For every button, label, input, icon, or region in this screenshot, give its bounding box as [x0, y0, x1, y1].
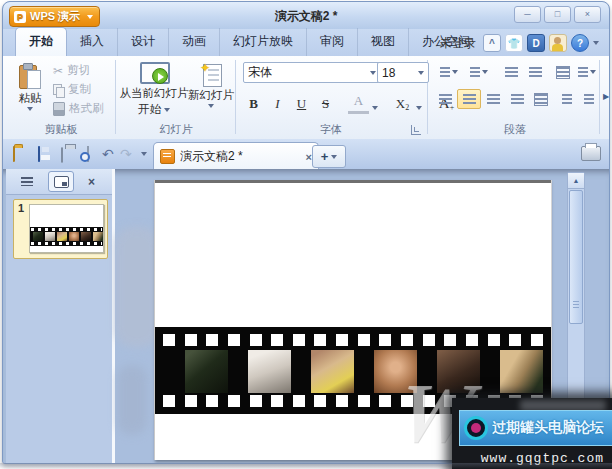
- chevron-down-icon: [370, 71, 376, 75]
- slide-thumbnail-selected[interactable]: 1: [13, 199, 108, 259]
- scrollbar-thumb[interactable]: [569, 190, 583, 324]
- avatar-icon[interactable]: [549, 34, 567, 52]
- outline-icon: [21, 177, 33, 186]
- ribbon: 粘贴 ✂ 剪切 复制 格式刷 剪贴板 从当前幻灯片 开始 ✦ 新幻灯片: [3, 56, 609, 140]
- font-size-combo[interactable]: 18: [377, 62, 429, 83]
- new-slide-button[interactable]: ✦ 新幻灯片: [189, 59, 233, 108]
- text-direction-button[interactable]: [573, 62, 601, 82]
- chevron-down-icon[interactable]: [593, 41, 599, 45]
- sprocket-hole: [444, 334, 456, 346]
- strikethrough-button[interactable]: S: [315, 92, 336, 114]
- slides-tab-button[interactable]: [48, 171, 74, 192]
- close-button[interactable]: ×: [574, 6, 601, 23]
- menu-tab-设计[interactable]: 设计: [118, 28, 169, 56]
- collapse-ribbon-icon[interactable]: ^: [483, 34, 501, 52]
- sprocket-hole: [185, 395, 197, 407]
- justify-button[interactable]: [529, 89, 553, 109]
- sprocket-hole: [271, 334, 283, 346]
- new-tab-label: +: [321, 149, 329, 164]
- skin-icon[interactable]: 👕: [505, 34, 523, 52]
- menu-tab-幻灯片放映[interactable]: 幻灯片放映: [220, 28, 307, 56]
- font-dialog-launcher-icon[interactable]: [411, 125, 421, 135]
- sprocket-hole: [466, 334, 478, 346]
- distributed-button[interactable]: [433, 89, 457, 109]
- open-icon[interactable]: [13, 146, 15, 162]
- photo-portrait-3: [57, 232, 67, 241]
- docer-icon[interactable]: D: [527, 34, 545, 52]
- format-painter-button[interactable]: 格式刷: [53, 100, 104, 117]
- printer-tray-icon[interactable]: [581, 146, 601, 161]
- forum-watermark-area: 过期罐头电脑论坛 www.gqgtpc.com: [452, 398, 612, 469]
- menu-tab-开始[interactable]: 开始: [15, 27, 67, 57]
- sprocket-hole: [509, 334, 521, 346]
- menu-tab-审阅[interactable]: 审阅: [307, 28, 358, 56]
- forum-watermark-banner: 过期罐头电脑论坛: [459, 410, 612, 446]
- bold-button[interactable]: B: [243, 92, 264, 114]
- document-tab-label: 演示文稿2 *: [180, 148, 243, 165]
- outline-tab-button[interactable]: [14, 171, 40, 192]
- photo-portrait-2: [45, 232, 55, 241]
- cut-label: 剪切: [67, 63, 90, 78]
- new-tab-button[interactable]: +: [312, 145, 346, 168]
- sprocket-hole: [163, 395, 175, 407]
- italic-button[interactable]: I: [267, 92, 288, 114]
- underline-button[interactable]: U: [291, 92, 312, 114]
- document-tab[interactable]: 演示文稿2 * ×: [153, 142, 319, 170]
- thumbnail-sprockets: [31, 242, 102, 245]
- scroll-up-icon[interactable]: ▲: [568, 173, 584, 189]
- chevron-down-icon[interactable]: [416, 106, 422, 110]
- save-icon[interactable]: [38, 146, 40, 162]
- sprocket-hole: [206, 395, 218, 407]
- panel-close-icon[interactable]: ×: [88, 175, 95, 189]
- login-status[interactable]: 未登录: [440, 35, 476, 52]
- photo-portrait-6[interactable]: [500, 350, 543, 393]
- increase-indent-button[interactable]: [523, 62, 547, 82]
- numbering-button[interactable]: [465, 62, 493, 82]
- chevron-down-icon: [331, 155, 337, 159]
- bullets-button[interactable]: [435, 62, 463, 82]
- toolbar-options-icon[interactable]: [141, 152, 147, 156]
- chevron-down-icon[interactable]: [372, 106, 378, 110]
- menu-tab-插入[interactable]: 插入: [67, 28, 118, 56]
- undo-icon[interactable]: ↶: [102, 147, 114, 161]
- align-center-button[interactable]: [481, 89, 505, 109]
- paste-button[interactable]: 粘贴: [11, 60, 49, 111]
- format-painter-icon: [53, 102, 65, 116]
- photo-portrait-2[interactable]: [248, 350, 291, 393]
- sprocket-hole: [314, 395, 326, 407]
- font-color-button[interactable]: A: [348, 89, 369, 114]
- photo-portrait-4: [69, 232, 79, 241]
- photo-portrait-1[interactable]: [185, 350, 228, 393]
- superscript-button[interactable]: X2: [392, 92, 413, 114]
- format-painter-label: 格式刷: [69, 101, 104, 116]
- sprocket-hole: [228, 334, 240, 346]
- sprocket-hole: [293, 395, 305, 407]
- line-spacing-button[interactable]: [551, 62, 575, 82]
- menu-tab-动画[interactable]: 动画: [169, 28, 220, 56]
- redo-icon[interactable]: ↷: [120, 147, 132, 161]
- print-icon[interactable]: [61, 147, 63, 163]
- slide-number: 1: [18, 202, 24, 214]
- chevron-down-icon: [87, 15, 93, 19]
- copy-button[interactable]: 复制: [53, 81, 91, 98]
- minimize-button[interactable]: ─: [514, 6, 541, 23]
- ribbon-more-icon[interactable]: ▶: [603, 92, 609, 101]
- cut-button[interactable]: ✂ 剪切: [53, 62, 90, 79]
- wps-menu-button[interactable]: P WPS 演示: [9, 6, 100, 27]
- photo-portrait-3[interactable]: [311, 350, 354, 393]
- chevron-down-icon: [164, 108, 170, 112]
- font-name-combo[interactable]: 宋体: [243, 62, 381, 83]
- align-text-button[interactable]: [577, 89, 601, 109]
- align-left-button[interactable]: [457, 89, 481, 109]
- decrease-indent-button[interactable]: [499, 62, 523, 82]
- paste-label: 粘贴: [19, 91, 42, 105]
- menu-tab-视图[interactable]: 视图: [358, 28, 409, 56]
- columns-button[interactable]: [555, 89, 579, 109]
- align-right-button[interactable]: [505, 89, 529, 109]
- sprocket-hole: [206, 334, 218, 346]
- maximize-button[interactable]: □: [544, 6, 571, 23]
- help-icon[interactable]: ?: [571, 34, 589, 52]
- print-preview-icon[interactable]: [87, 146, 89, 162]
- start-from-current-slide-button[interactable]: 从当前幻灯片 开始: [121, 59, 187, 117]
- cut-icon: ✂: [53, 65, 63, 77]
